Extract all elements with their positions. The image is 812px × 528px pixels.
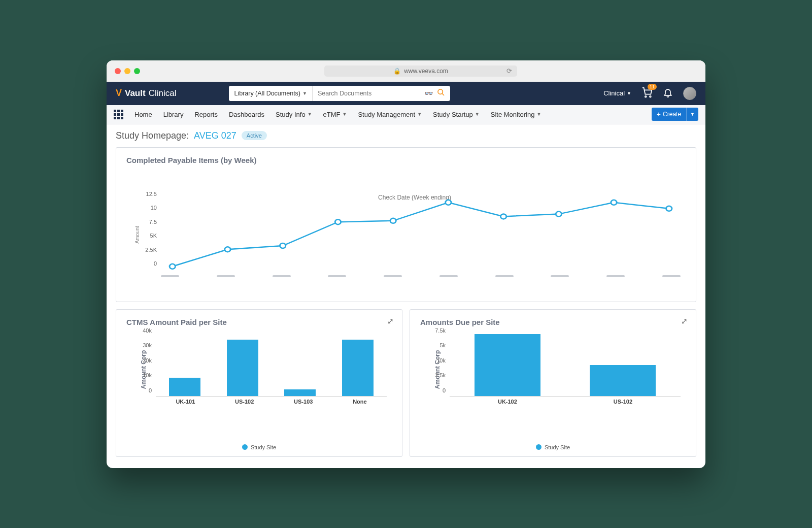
browser-window: 🔒 www.veeva.com ⟳ V Vault Clinical Libra…	[107, 60, 705, 468]
legend-swatch	[536, 444, 542, 450]
ytick: 2.5k	[430, 372, 446, 378]
menu-etmf-label: eTMF	[323, 111, 341, 118]
svg-point-8	[390, 218, 396, 223]
chart3-bars	[450, 331, 681, 397]
reload-icon[interactable]: ⟳	[506, 67, 512, 75]
ytick: 5K	[140, 233, 157, 239]
bar[interactable]	[169, 378, 200, 396]
ytick: 2.5K	[140, 247, 157, 253]
chart1-title: Completed Payable Items (by Week)	[126, 156, 686, 164]
search-icon[interactable]	[437, 88, 445, 98]
menu-study-startup[interactable]: Study Startup▼	[433, 111, 480, 118]
menu-site-monitoring[interactable]: Site Monitoring▼	[491, 111, 542, 118]
bar-label: US-102	[614, 399, 632, 405]
chevron-down-icon: ▼	[690, 112, 695, 117]
chart-card-completed-payable: Completed Payable Items (by Week) Amount…	[116, 147, 696, 302]
svg-point-4	[170, 263, 175, 269]
bar[interactable]	[284, 389, 316, 396]
ytick: 7.5	[140, 219, 157, 225]
bell-icon[interactable]	[663, 87, 673, 100]
create-dropdown[interactable]: ▼	[686, 108, 698, 121]
create-button[interactable]: +Create	[652, 108, 686, 121]
svg-point-12	[611, 200, 617, 205]
bar-label: UK-101	[176, 399, 195, 405]
chevron-down-icon: ▼	[302, 91, 307, 96]
svg-point-10	[500, 214, 506, 219]
page-title-prefix: Study Homepage:	[116, 130, 189, 141]
chart3-bar-labels: UK-102US-102	[450, 399, 681, 405]
legend-label: Study Site	[251, 444, 276, 450]
bar[interactable]	[227, 340, 258, 396]
url-bar[interactable]: 🔒 www.veeva.com ⟳	[324, 65, 517, 77]
chart3-yticks: 7.5k 5k 10k 2.5k 0	[430, 331, 446, 397]
ytick: 7.5k	[430, 327, 446, 334]
legend-label: Study Site	[545, 444, 570, 450]
context-label: Clinical	[603, 89, 625, 97]
bar-label: US-103	[294, 399, 313, 405]
search-icons: 👓	[419, 88, 450, 98]
status-badge: Active	[242, 131, 267, 140]
library-selector[interactable]: Library (All Documents) ▼	[229, 86, 313, 101]
chevron-down-icon: ▼	[475, 112, 480, 117]
ytick: 0	[430, 387, 446, 393]
chart1-x-dashes	[161, 275, 681, 277]
close-window-dot[interactable]	[115, 68, 121, 74]
browser-chrome: 🔒 www.veeva.com ⟳	[107, 60, 705, 82]
cart-button[interactable]: 11	[641, 87, 653, 100]
menu-dashboards[interactable]: Dashboards	[229, 111, 264, 118]
bar-label: None	[353, 399, 367, 405]
chart2-legend: Study Site	[126, 444, 392, 450]
minimize-window-dot[interactable]	[124, 68, 130, 74]
context-dropdown[interactable]: Clinical ▼	[603, 89, 631, 97]
maximize-window-dot[interactable]	[134, 68, 140, 74]
ytick: 20k	[137, 357, 152, 364]
ytick: 12.5	[140, 191, 157, 197]
chevron-down-icon: ▼	[627, 91, 631, 96]
top-right: Clinical ▼ 11	[603, 87, 696, 100]
menu-etmf[interactable]: eTMF▼	[323, 111, 347, 118]
expand-icon[interactable]: ⤢	[387, 317, 394, 326]
menu-home[interactable]: Home	[134, 111, 152, 118]
search-group: Library (All Documents) ▼ 👓	[229, 86, 450, 101]
svg-point-6	[280, 243, 286, 248]
brand-logo-icon: V	[116, 88, 122, 98]
chart3-title: Amounts Due per Site	[420, 318, 686, 326]
menu-study-management[interactable]: Study Management▼	[358, 111, 422, 118]
chevron-down-icon: ▼	[308, 112, 312, 117]
menu-site-mon-label: Site Monitoring	[491, 111, 535, 118]
menu-dashboards-label: Dashboards	[229, 111, 264, 118]
brand[interactable]: V Vault Clinical	[116, 88, 176, 98]
ytick: 0	[137, 387, 152, 393]
menu-library-label: Library	[163, 111, 184, 118]
svg-point-11	[556, 211, 561, 216]
brand-clinical: Clinical	[149, 88, 177, 98]
brand-vault: Vault	[125, 88, 146, 98]
svg-point-9	[446, 200, 451, 205]
avatar[interactable]	[683, 87, 696, 100]
lock-icon: 🔒	[393, 68, 401, 75]
binoculars-icon[interactable]: 👓	[424, 89, 433, 97]
menu-library[interactable]: Library	[163, 111, 184, 118]
menu-reports[interactable]: Reports	[194, 111, 218, 118]
chart-card-ctms-paid: ⤢ CTMS Amount Paid per Site Amount Corp …	[116, 309, 402, 457]
top-nav: V Vault Clinical Library (All Documents)…	[107, 82, 705, 105]
chart2-bar-labels: UK-101US-102US-103None	[156, 399, 387, 405]
bar[interactable]	[342, 340, 374, 396]
menu-study-info[interactable]: Study Info▼	[276, 111, 312, 118]
chevron-down-icon: ▼	[343, 112, 347, 117]
ytick: 10k	[430, 357, 446, 364]
apps-grid-icon[interactable]	[114, 110, 123, 119]
expand-icon[interactable]: ⤢	[681, 317, 688, 326]
study-link[interactable]: AVEG 027	[194, 130, 236, 141]
bar[interactable]	[475, 334, 540, 395]
menu-bar: Home Library Reports Dashboards Study In…	[107, 105, 705, 124]
menu-study-mgmt-label: Study Management	[358, 111, 415, 118]
bar[interactable]	[590, 365, 656, 396]
ytick: 30k	[137, 342, 152, 348]
search-input[interactable]	[313, 86, 419, 101]
traffic-lights	[115, 68, 140, 74]
bar-label: US-102	[235, 399, 254, 405]
bar-label: UK-102	[498, 399, 517, 405]
bar-chart-due: Amount Corp 7.5k 5k 10k 2.5k 0 UK-102US-…	[420, 331, 686, 422]
menu-study-info-label: Study Info	[276, 111, 306, 118]
